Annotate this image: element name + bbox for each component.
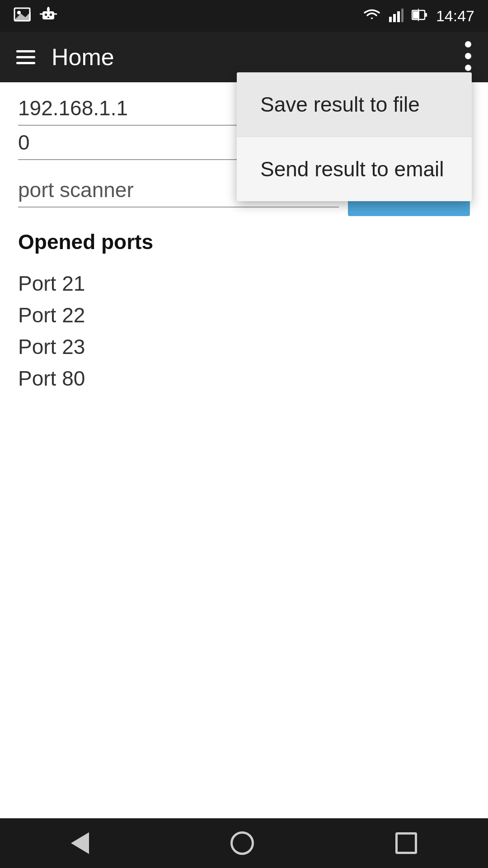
port-item-80: Port 80 [18,363,470,394]
svg-point-20 [465,53,471,59]
status-bar-right: 14:47 [363,7,474,25]
svg-point-1 [17,11,21,14]
more-options-button[interactable]: Save result to file Send result to email [465,41,472,73]
port-list: Port 21 Port 22 Port 23 Port 80 [18,268,470,394]
status-bar-left [14,7,57,25]
svg-rect-14 [401,9,404,22]
save-result-to-file-button[interactable]: Save result to file [237,72,472,137]
port-item-22: Port 22 [18,299,470,331]
robot-icon [40,7,57,25]
app-bar-left: Home [16,43,114,71]
status-time: 14:47 [436,7,474,25]
svg-rect-6 [47,17,49,18]
wifi-icon [363,8,381,24]
svg-point-10 [47,7,49,9]
svg-rect-17 [425,13,427,17]
battery-icon [412,8,428,24]
svg-rect-3 [42,11,54,19]
nav-bar [0,818,488,868]
signal-icon [389,8,404,24]
status-bar: 14:47 [0,0,488,32]
port-item-23: Port 23 [18,331,470,363]
app-title: Home [52,43,114,71]
image-icon [14,7,31,25]
scan-type-label: port scanner [18,178,134,202]
recents-button[interactable] [386,823,426,863]
svg-rect-4 [45,14,47,16]
svg-marker-2 [14,12,31,21]
home-button[interactable] [221,822,263,864]
svg-rect-11 [389,17,392,22]
back-icon [71,832,89,854]
svg-rect-13 [397,11,400,22]
home-icon [230,831,254,855]
app-bar: Home Save result to file Send result to … [0,32,488,82]
svg-point-19 [465,41,471,47]
hamburger-menu-button[interactable] [16,50,35,64]
svg-point-21 [465,65,471,71]
recents-icon [395,832,417,854]
svg-rect-5 [50,14,52,16]
dropdown-menu: Save result to file Send result to email [237,72,472,201]
port-item-21: Port 21 [18,268,470,299]
back-button[interactable] [62,823,98,863]
opened-ports-title: Opened ports [18,230,470,254]
send-result-to-email-button[interactable]: Send result to email [237,137,472,201]
svg-rect-12 [393,14,396,22]
